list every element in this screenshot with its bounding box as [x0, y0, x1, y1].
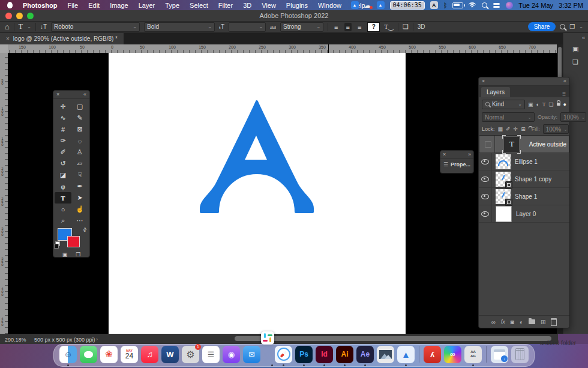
dock-music-icon[interactable]: ♫: [141, 346, 158, 363]
layer-row-ellipse-1[interactable]: Ellipse 1: [479, 153, 569, 170]
tool-preset-picker[interactable]: T ⌄: [19, 22, 31, 31]
input-source-indicator[interactable]: A: [430, 1, 438, 9]
desktop-folder-label[interactable]: untitled folder: [528, 340, 588, 346]
menu-layer[interactable]: Layer: [139, 2, 155, 9]
dock-acrobat-icon[interactable]: ʎ: [424, 346, 441, 363]
dock-trash-icon[interactable]: [511, 346, 529, 363]
expand-icon[interactable]: »: [468, 151, 471, 157]
filter-shape-icon[interactable]: ❏: [548, 101, 553, 107]
font-style-select[interactable]: Bold ⌄: [144, 22, 215, 32]
screen-mode-button[interactable]: ❐: [76, 252, 80, 258]
layer-visibility-toggle[interactable]: [479, 170, 492, 187]
align-left-button[interactable]: ≡: [332, 23, 340, 31]
zoom-level-field[interactable]: 290.18%: [5, 337, 26, 343]
properties-panel-button[interactable]: ☰ Prope...: [440, 159, 473, 170]
filter-smart-object-icon[interactable]: ●: [563, 101, 566, 107]
dock-fonts-app-icon[interactable]: AA AG: [464, 346, 482, 363]
spot-healing-tool[interactable]: ◌: [71, 135, 88, 146]
image-layer-thumbnail[interactable]: [496, 206, 512, 222]
dock-photoshop-icon[interactable]: Ps: [295, 346, 313, 363]
font-family-select[interactable]: Roboto ⌄: [51, 22, 140, 32]
layer-row-layer-0[interactable]: Layer 0: [479, 205, 569, 223]
wifi-icon[interactable]: [469, 2, 476, 8]
layer-row-shape-1[interactable]: Shape 1: [479, 188, 569, 205]
link-layers-icon[interactable]: ∞: [491, 319, 496, 325]
status-chevron-icon[interactable]: ›: [96, 336, 98, 342]
close-window-button[interactable]: [5, 13, 12, 19]
align-right-button[interactable]: ≡: [356, 23, 363, 31]
dock-illustrator-icon[interactable]: Ai: [336, 346, 353, 363]
filter-adjustment-icon[interactable]: ◐: [536, 101, 539, 107]
spotlight-icon[interactable]: [482, 2, 487, 8]
dock-messages-icon[interactable]: [80, 346, 97, 363]
dock-pictures-app-icon[interactable]: [377, 346, 394, 363]
menu-time[interactable]: 3:32 PM: [559, 2, 583, 9]
document-tab[interactable]: × logo @ 290% (Active outside, RGB/8) *: [0, 33, 124, 44]
close-icon[interactable]: ×: [482, 78, 485, 84]
share-button[interactable]: Share: [528, 22, 556, 31]
dock-word-icon[interactable]: W: [161, 346, 179, 363]
color-panel-icon[interactable]: ▣: [572, 45, 578, 53]
zoom-window-button[interactable]: [27, 13, 34, 19]
zoom-tool[interactable]: ⌕: [55, 215, 71, 226]
background-color-swatch[interactable]: [67, 236, 80, 247]
menu-select[interactable]: Select: [190, 2, 208, 9]
brush-tool[interactable]: ✐: [55, 146, 71, 158]
collapse-icon[interactable]: «: [83, 91, 86, 97]
close-icon[interactable]: ×: [56, 91, 59, 97]
apple-logo-icon[interactable]: [7, 2, 13, 8]
smudge-tool[interactable]: ☟: [71, 169, 88, 181]
3d-button[interactable]: 3D: [418, 23, 425, 30]
frame-tool[interactable]: ⊠: [71, 124, 88, 135]
adjustment-layer-icon[interactable]: ◐: [520, 319, 523, 325]
search-icon[interactable]: [560, 24, 565, 29]
minimize-window-button[interactable]: [16, 13, 23, 19]
lock-position-icon[interactable]: ✛: [514, 126, 518, 132]
layer-visibility-toggle[interactable]: [479, 153, 492, 170]
layer-row-shape-1-copy[interactable]: Shape 1 copy: [479, 170, 569, 188]
toggle-panels-button[interactable]: ❏: [403, 23, 409, 31]
default-colors-icon[interactable]: [55, 241, 60, 246]
layer-visibility-toggle[interactable]: [482, 136, 495, 152]
hand-tool[interactable]: ☝: [71, 204, 88, 215]
ellipse-layer-thumbnail[interactable]: [496, 154, 511, 169]
tab-layers[interactable]: Layers: [481, 87, 510, 97]
text-color-swatch[interactable]: ?: [367, 22, 380, 32]
blend-mode-select[interactable]: Normal⌄: [482, 112, 535, 122]
eyedropper-tool[interactable]: ✑: [55, 135, 71, 146]
document-canvas[interactable]: [109, 53, 406, 334]
lasso-tool[interactable]: ∿: [55, 112, 71, 124]
dock-reminders-icon[interactable]: ☰: [202, 346, 220, 363]
new-group-icon[interactable]: [529, 319, 535, 324]
horizontal-scrollbar-thumb[interactable]: [235, 336, 551, 341]
dock-safari-icon[interactable]: [275, 346, 292, 363]
menu-image[interactable]: Image: [110, 2, 128, 9]
siri-icon[interactable]: [506, 2, 513, 9]
cloud-sync-icon[interactable]: ☁: [364, 1, 371, 10]
crop-tool[interactable]: #: [55, 124, 71, 135]
dock-podcasts-icon[interactable]: ◉: [223, 346, 240, 363]
workspace-switcher[interactable]: ❐ ⌄: [569, 23, 583, 30]
shape-layer-thumbnail[interactable]: [496, 189, 511, 204]
dock-creative-cloud-icon[interactable]: ∞: [444, 346, 461, 363]
menu-edit[interactable]: Edit: [88, 2, 100, 9]
warp-text-button[interactable]: T‿: [384, 23, 394, 31]
type-tool[interactable]: T: [55, 192, 71, 204]
home-icon[interactable]: ⌂: [5, 22, 10, 31]
menu-file[interactable]: File: [67, 2, 78, 9]
fill-field[interactable]: 100%⌄: [543, 124, 569, 134]
text-orientation-button[interactable]: ↓T: [40, 23, 47, 30]
collapse-icon[interactable]: «: [563, 78, 566, 84]
new-layer-icon[interactable]: ⊞: [541, 319, 545, 325]
canvas-workspace[interactable]: [8, 53, 557, 334]
collapse-panels-icon[interactable]: «: [582, 35, 585, 41]
dodge-tool[interactable]: φ: [55, 181, 71, 192]
lock-artboard-icon[interactable]: ⊞: [521, 126, 526, 132]
filter-lock-icon[interactable]: [557, 103, 560, 106]
clone-stamp-tool[interactable]: ♙: [71, 146, 88, 158]
panel-menu-icon[interactable]: ≡: [562, 91, 566, 97]
gradient-tool[interactable]: ◪: [55, 169, 71, 181]
shape-layer-thumbnail[interactable]: [496, 172, 511, 187]
font-size-select[interactable]: ⌄: [229, 22, 266, 32]
menu-window[interactable]: Window: [318, 2, 341, 9]
